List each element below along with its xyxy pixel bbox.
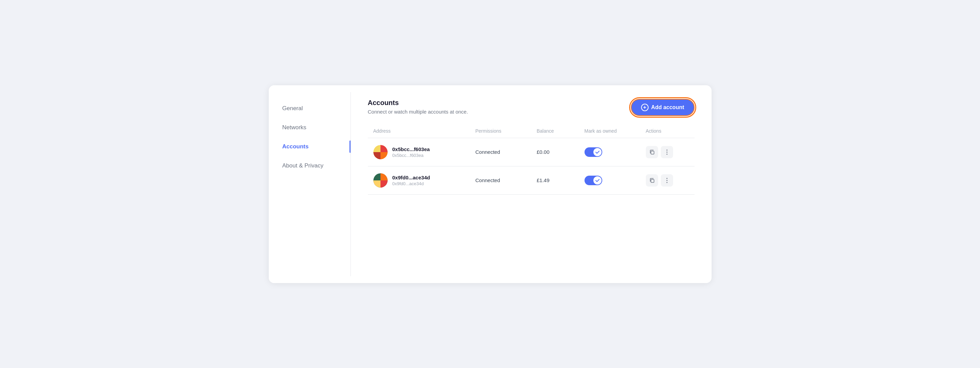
permissions-2: Connected	[476, 178, 537, 183]
account-cell-1: 0x5bcc...f603ea 0x5bcc...f603ea	[373, 145, 476, 159]
svg-point-2	[666, 149, 667, 150]
sidebar-item-about-privacy[interactable]: About & Privacy	[269, 156, 350, 175]
svg-point-3	[666, 152, 667, 152]
account-cell-2: 0x9fd0...ace34d 0x9fd0...ace34d	[373, 173, 476, 187]
balance-2: £1.49	[537, 178, 584, 183]
svg-rect-1	[651, 151, 654, 154]
avatar-1	[373, 145, 388, 159]
actions-cell-1	[646, 146, 687, 158]
toggle-knob-2	[593, 176, 601, 184]
svg-point-8	[666, 180, 667, 181]
toggle-cell-2	[584, 176, 646, 185]
plus-icon: +	[641, 104, 649, 111]
avatar-2	[373, 173, 388, 187]
actions-cell-2	[646, 174, 687, 187]
account-info-2: 0x9fd0...ace34d 0x9fd0...ace34d	[392, 174, 430, 186]
copy-button-1[interactable]	[646, 146, 658, 158]
table-header: Address Permissions Balance Mark as owne…	[368, 128, 695, 138]
more-button-2[interactable]	[661, 174, 673, 187]
address-sub-1: 0x5bcc...f603ea	[392, 153, 430, 158]
address-sub-2: 0x9fd0...ace34d	[392, 181, 430, 186]
balance-1: £0.00	[537, 149, 584, 155]
add-account-button[interactable]: + Add account	[631, 99, 695, 116]
table-row: 0x9fd0...ace34d 0x9fd0...ace34d Connecte…	[368, 166, 695, 195]
copy-button-2[interactable]	[646, 174, 658, 187]
sidebar-item-networks[interactable]: Networks	[269, 118, 350, 137]
svg-rect-6	[651, 179, 654, 182]
main-content: Accounts Connect or watch multiple accou…	[351, 85, 711, 283]
header-text: Accounts Connect or watch multiple accou…	[368, 99, 468, 115]
owned-toggle-1[interactable]	[584, 147, 602, 157]
sidebar: General Networks Accounts About & Privac…	[269, 85, 350, 283]
owned-toggle-2[interactable]	[584, 176, 602, 185]
account-info-1: 0x5bcc...f603ea 0x5bcc...f603ea	[392, 146, 430, 158]
sidebar-item-accounts[interactable]: Accounts	[269, 137, 350, 156]
app-container: General Networks Accounts About & Privac…	[269, 85, 711, 283]
svg-point-7	[666, 178, 667, 179]
address-main-2: 0x9fd0...ace34d	[392, 174, 430, 181]
sidebar-item-general[interactable]: General	[269, 99, 350, 118]
svg-point-4	[666, 154, 667, 155]
page-subtitle: Connect or watch multiple accounts at on…	[368, 109, 468, 115]
table-row: 0x5bcc...f603ea 0x5bcc...f603ea Connecte…	[368, 138, 695, 166]
content-header: Accounts Connect or watch multiple accou…	[368, 99, 695, 116]
accounts-table: Address Permissions Balance Mark as owne…	[368, 128, 695, 195]
toggle-knob-1	[593, 148, 601, 156]
page-title: Accounts	[368, 99, 468, 107]
permissions-1: Connected	[476, 149, 537, 155]
more-button-1[interactable]	[661, 146, 673, 158]
address-main-1: 0x5bcc...f603ea	[392, 146, 430, 152]
toggle-cell-1	[584, 147, 646, 157]
svg-point-9	[666, 182, 667, 183]
